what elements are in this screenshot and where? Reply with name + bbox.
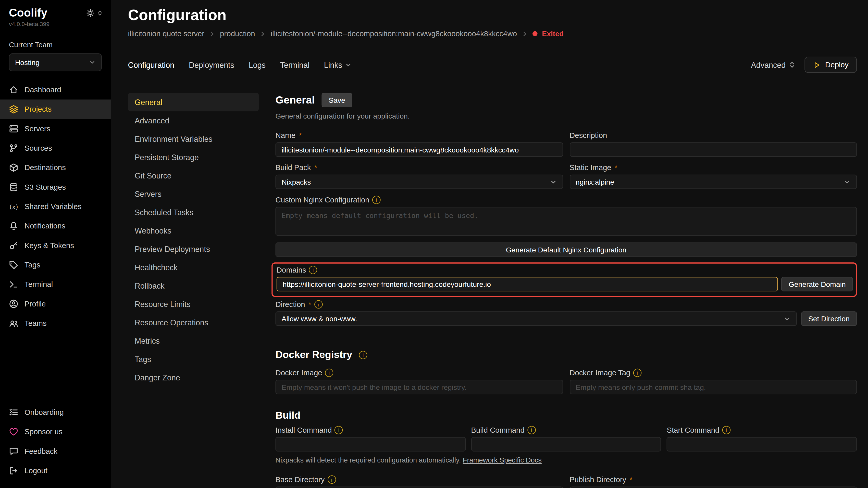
docker-image-field: Docker Imagei — [275, 369, 563, 394]
subnav-item-rollback[interactable]: Rollback — [128, 276, 259, 295]
subnav-item-metrics[interactable]: Metrics — [128, 331, 259, 350]
info-icon[interactable]: i — [527, 426, 536, 434]
base-directory-label: Base Directoryi — [275, 476, 563, 484]
user-icon — [9, 299, 19, 308]
start-command-input[interactable] — [667, 437, 857, 452]
info-icon[interactable]: i — [372, 196, 381, 204]
subnav-item-servers[interactable]: Servers — [128, 185, 259, 203]
sidebar-item-label: Notifications — [25, 222, 65, 230]
status-badge: Exited — [542, 30, 564, 38]
chevron-down-icon — [345, 61, 351, 68]
info-icon[interactable]: i — [359, 351, 367, 359]
subnav-item-scheduled-tasks[interactable]: Scheduled Tasks — [128, 203, 259, 221]
sidebar-item-feedback[interactable]: Feedback — [0, 441, 111, 461]
subnav-item-preview-deployments[interactable]: Preview Deployments — [128, 240, 259, 258]
subnav-item-healthcheck[interactable]: Healthcheck — [128, 258, 259, 276]
tab-configuration[interactable]: Configuration — [128, 60, 175, 69]
set-direction-button[interactable]: Set Direction — [801, 311, 857, 326]
deploy-button[interactable]: Deploy — [804, 57, 857, 73]
framework-docs-link[interactable]: Framework Specific Docs — [463, 456, 542, 464]
docker-image-tag-input[interactable] — [569, 380, 857, 394]
info-icon[interactable]: i — [327, 476, 336, 484]
sidebar-item-logout[interactable]: Logout — [0, 461, 111, 480]
info-icon[interactable]: i — [633, 369, 642, 377]
sidebar-item-label: Destinations — [25, 163, 66, 172]
subnav-item-advanced[interactable]: Advanced — [128, 111, 259, 130]
sidebar-item-keys-tokens[interactable]: Keys & Tokens — [0, 236, 111, 255]
info-icon[interactable]: i — [335, 426, 343, 434]
sidebar-item-notifications[interactable]: Notifications — [0, 216, 111, 236]
main-content: Configuration illicitonion quote server … — [111, 0, 868, 488]
start-command-field: Start Commandi — [667, 426, 857, 451]
team-select[interactable]: Hosting — [9, 53, 102, 71]
subnav-item-tags[interactable]: Tags — [128, 350, 259, 368]
subnav-item-resource-operations[interactable]: Resource Operations — [128, 313, 259, 331]
config-subnav: General Advanced Environment Variables P… — [128, 93, 259, 488]
name-input[interactable] — [275, 142, 563, 157]
subnav-item-danger-zone[interactable]: Danger Zone — [128, 368, 259, 387]
chevron-right-icon — [209, 30, 216, 37]
breadcrumb-project[interactable]: illicitonion quote server — [128, 30, 205, 38]
tab-logs[interactable]: Logs — [249, 60, 266, 69]
sidebar-item-servers[interactable]: Servers — [0, 119, 111, 138]
chevron-right-icon — [259, 30, 266, 37]
build-command-input[interactable] — [471, 437, 661, 452]
install-command-input[interactable] — [275, 437, 465, 452]
install-command-label: Install Commandi — [275, 426, 465, 434]
info-icon[interactable]: i — [722, 426, 731, 434]
save-button[interactable]: Save — [321, 93, 352, 107]
subnav-item-general[interactable]: General — [128, 93, 259, 111]
sidebar-item-label: Terminal — [25, 280, 53, 289]
sidebar-item-label: Dashboard — [25, 86, 61, 94]
app-logo: Coolify — [9, 7, 48, 20]
sidebar-item-sponsor-us[interactable]: Sponsor us — [0, 422, 111, 441]
build-pack-value: Nixpacks — [281, 178, 311, 186]
nginx-config-textarea[interactable] — [275, 207, 857, 236]
key-icon — [9, 241, 19, 250]
sidebar-item-projects[interactable]: Projects — [0, 99, 111, 119]
variable-icon: (x) — [9, 202, 19, 212]
generate-nginx-button[interactable]: Generate Default Nginx Configuration — [275, 242, 857, 257]
generate-domain-button[interactable]: Generate Domain — [781, 277, 853, 291]
sidebar-item-shared-variables[interactable]: (x) Shared Variables — [0, 197, 111, 216]
subnav-item-environment-variables[interactable]: Environment Variables — [128, 130, 259, 148]
sidebar-item-destinations[interactable]: Destinations — [0, 158, 111, 177]
tab-terminal[interactable]: Terminal — [280, 60, 309, 69]
tab-links[interactable]: Links — [324, 60, 351, 69]
brand-row: Coolify — [0, 0, 111, 20]
domains-input[interactable] — [277, 277, 778, 291]
theme-updown-icon[interactable] — [97, 10, 103, 16]
heart-icon — [9, 427, 19, 436]
docker-image-input[interactable] — [275, 380, 563, 394]
sidebar-item-dashboard[interactable]: Dashboard — [0, 80, 111, 99]
chevron-down-icon — [783, 315, 790, 322]
base-directory-input[interactable] — [275, 486, 563, 488]
breadcrumb-environment[interactable]: production — [220, 30, 255, 38]
sidebar-item-s3-storages[interactable]: S3 Storages — [0, 177, 111, 197]
subnav-item-resource-limits[interactable]: Resource Limits — [128, 295, 259, 313]
sun-icon[interactable] — [86, 9, 95, 17]
docker-image-label: Docker Imagei — [275, 369, 563, 377]
build-pack-select[interactable]: Nixpacks — [275, 175, 563, 189]
sidebar-item-sources[interactable]: Sources — [0, 138, 111, 158]
publish-directory-input[interactable] — [569, 486, 857, 488]
info-icon[interactable]: i — [325, 369, 334, 377]
info-icon[interactable]: i — [314, 300, 322, 309]
sidebar-item-onboarding[interactable]: Onboarding — [0, 402, 111, 422]
sidebar-item-teams[interactable]: Teams — [0, 314, 111, 333]
subnav-item-webhooks[interactable]: Webhooks — [128, 221, 259, 240]
breadcrumb-application[interactable]: illicitestonion/-module--decomposition:m… — [271, 30, 517, 38]
description-input[interactable] — [569, 142, 857, 157]
static-image-select[interactable]: nginx:alpine — [569, 175, 857, 189]
direction-select[interactable]: Allow www & non-www. — [275, 311, 796, 326]
subnav-item-git-source[interactable]: Git Source — [128, 166, 259, 185]
current-team-label: Current Team — [0, 27, 111, 49]
advanced-toggle[interactable]: Advanced — [751, 60, 796, 69]
subnav-item-persistent-storage[interactable]: Persistent Storage — [128, 148, 259, 166]
sidebar-item-tags[interactable]: Tags — [0, 255, 111, 274]
info-icon[interactable]: i — [309, 266, 317, 274]
sidebar-item-label: Feedback — [25, 447, 57, 455]
sidebar-item-terminal[interactable]: Terminal — [0, 274, 111, 294]
sidebar-item-profile[interactable]: Profile — [0, 294, 111, 314]
tab-deployments[interactable]: Deployments — [189, 60, 234, 69]
